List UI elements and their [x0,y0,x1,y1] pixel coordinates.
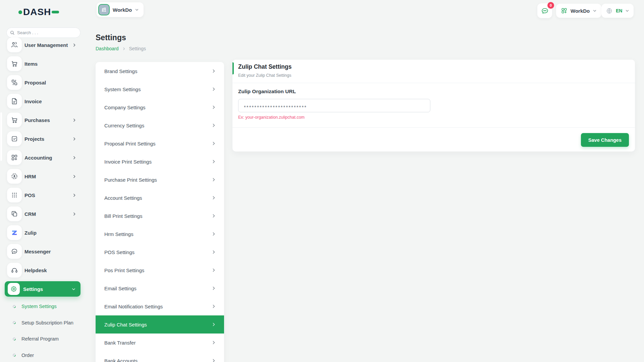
sidebar-item-accounting[interactable]: Accounting [0,148,86,167]
file-text-icon [7,94,22,109]
chevron-right-icon [72,43,76,47]
app-screen: DASH User Management Items Proposal [0,0,644,362]
logo-dot-icon [18,10,22,14]
settings-menu-item-company-settings[interactable]: Company Settings [96,98,224,116]
chevron-down-icon [625,9,629,13]
chevron-down-icon [593,9,597,13]
swap-squares-icon [7,75,22,90]
settings-menu-item-email-notification-settings[interactable]: Email Notification Settings [96,297,224,315]
submenu-item-setup-subscription-plan[interactable]: Setup Subscription Plan [0,315,86,331]
sidebar-item-user-management[interactable]: User Management [0,36,86,54]
chevron-right-icon [211,105,216,110]
zulip-icon [7,225,22,240]
sidebar-item-pos[interactable]: POS [0,186,86,204]
settings-menu-item-hrm-settings[interactable]: Hrm Settings [96,225,224,243]
grid-plus-icon [561,7,568,14]
chevron-right-icon [72,193,76,197]
settings-menu-item-account-settings[interactable]: Account Settings [96,189,224,207]
chevron-right-icon [72,156,76,160]
zulip-url-input[interactable] [238,99,430,112]
chevron-right-icon [211,322,216,327]
sidebar-item-label: HRM [24,174,36,179]
settings-menu-item-email-settings[interactable]: Email Settings [96,279,224,297]
chevron-right-icon [211,87,216,92]
panel-accent-bar [232,62,234,74]
sidebar: DASH User Management Items Proposal [0,0,86,362]
chevron-right-icon [211,195,216,200]
sidebar-item-label: CRM [24,211,36,217]
company-name: WorkDo [113,7,132,13]
settings-menu-item-bank-transfer[interactable]: Bank Transfer [96,334,224,352]
company-switcher[interactable]: WorkDo [97,2,144,17]
search-input[interactable] [17,30,77,35]
gear-icon [8,283,20,295]
save-changes-button[interactable]: Save Changes [581,133,629,147]
submenu-item-order[interactable]: Order [0,347,86,362]
sidebar-item-projects[interactable]: Projects [0,129,86,148]
settings-menu-item-proposal-print-settings[interactable]: Proposal Print Settings [96,134,224,153]
chevron-right-icon [211,358,216,362]
dots-grid-icon [7,188,22,202]
settings-menu-item-zulip-chat-settings[interactable]: Zulip Chat Settings [96,315,224,334]
settings-menu-item-brand-settings[interactable]: Brand Settings [96,62,224,80]
sidebar-item-label: POS [24,192,35,198]
chevron-right-icon [72,118,76,122]
chat-bubble-icon [541,7,549,15]
logo-dash-icon [52,11,59,13]
divider [232,83,635,83]
bullet-icon [12,320,16,325]
sidebar-item-proposal[interactable]: Proposal [0,73,86,92]
language-selector[interactable]: EN [601,4,634,18]
apps-menu-button[interactable]: WorkDo [556,4,601,18]
brand-logo[interactable]: DASH [18,7,59,17]
settings-menu-item-invoice-print-settings[interactable]: Invoice Print Settings [96,153,224,171]
sidebar-item-label: Purchases [24,117,50,123]
sidebar-item-label: Messenger [24,249,51,254]
search-icon [10,31,15,35]
sidebar-item-hrm[interactable]: HRM [0,167,86,186]
settings-menu-item-pos-print-settings[interactable]: Pos Print Settings [96,261,224,279]
copy-squares-icon [7,206,22,221]
settings-menu-item-purchase-print-settings[interactable]: Purchase Print Settings [96,171,224,189]
breadcrumb-current: Settings [129,46,146,51]
chevron-down-icon [135,8,139,12]
breadcrumb-dashboard[interactable]: Dashboard [96,46,119,51]
zulip-url-hint: Ex: your-organization.zulipchat.com [238,115,305,120]
circle-dashed-person-icon [7,169,22,184]
sidebar-item-items[interactable]: Items [0,54,86,73]
grid-plus-icon [7,150,22,165]
submenu-item-system-settings[interactable]: System Settings [0,298,86,315]
settings-menu-item-bank-accounts[interactable]: Bank Accounts [96,352,224,362]
chevron-right-icon [72,174,76,179]
sidebar-item-purchases[interactable]: Purchases [0,111,86,129]
apps-menu-label: WorkDo [571,8,590,14]
settings-menu-item-system-settings[interactable]: System Settings [96,80,224,98]
sidebar-scrollbar[interactable] [0,112,2,161]
submenu-item-label: Referral Program [21,336,59,342]
settings-menu-item-currency-settings[interactable]: Currency Settings [96,116,224,134]
settings-submenu: System Settings Setup Subscription Plan … [0,298,86,362]
messages-button[interactable]: 0 [537,3,552,18]
check-square-icon [7,131,22,146]
submenu-item-referral-program[interactable]: Referral Program [0,331,86,347]
sidebar-item-helpdesk[interactable]: Helpdesk [0,261,86,280]
message-circle-icon [7,244,22,259]
sidebar-item-crm[interactable]: CRM [0,204,86,223]
chevron-right-icon [211,286,216,291]
cart-icon [7,56,22,71]
sidebar-item-invoice[interactable]: Invoice [0,92,86,111]
chevron-right-icon [211,214,216,218]
company-avatar [98,4,110,15]
settings-menu-item-pos-settings[interactable]: POS Settings [96,243,224,261]
sidebar-item-messenger[interactable]: Messenger [0,242,86,261]
headset-icon [7,263,22,278]
sidebar-item-zulip[interactable]: Zulip [0,223,86,242]
sidebar-item-label: Helpdesk [24,267,47,273]
sidebar-item-label: Accounting [24,155,52,161]
sidebar-item-settings[interactable]: Settings [5,281,80,297]
sidebar-item-label: Settings [23,286,43,292]
settings-menu-item-bill-print-settings[interactable]: Bill Print Settings [96,207,224,225]
notification-badge: 0 [547,2,554,9]
sidebar-item-label: Proposal [24,80,46,85]
sidebar-item-label: Zulip [24,230,37,236]
